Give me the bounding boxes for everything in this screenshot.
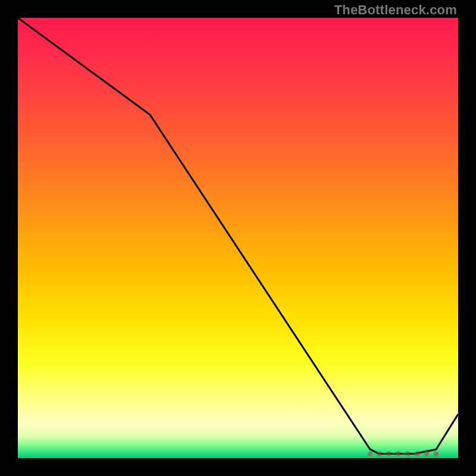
marker-dot	[387, 452, 392, 456]
plot-area	[18, 18, 458, 458]
marker-dot	[368, 452, 372, 456]
curve-path	[18, 18, 458, 454]
line-curve	[18, 18, 458, 458]
marker-dot	[405, 452, 410, 456]
chart-frame: TheBottleneck.com	[0, 0, 476, 476]
marker-dot	[377, 452, 382, 456]
marker-dot	[424, 452, 429, 456]
marker-dot	[415, 452, 419, 456]
marker-dot	[396, 452, 401, 456]
marker-dot	[434, 452, 439, 456]
watermark-text: TheBottleneck.com	[334, 2, 457, 18]
